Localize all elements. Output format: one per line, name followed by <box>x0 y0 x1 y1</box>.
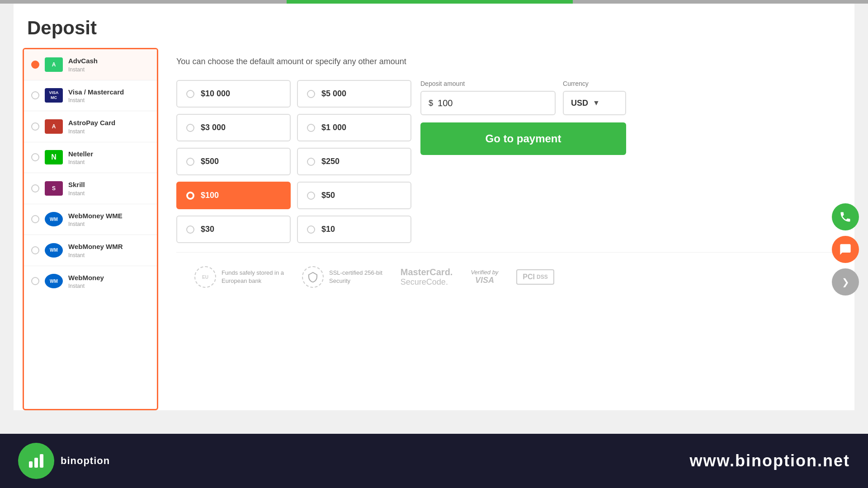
currency-label: Currency <box>563 80 626 87</box>
mastercard-secure-badge: MasterCard. SecureCode. <box>401 267 453 287</box>
logo-bar-2 <box>34 458 38 468</box>
amount-value-1000: $1 000 <box>321 123 346 132</box>
visa-text: VISA <box>475 276 494 285</box>
dss-text: DSS <box>537 274 548 280</box>
dropdown-arrow-icon: ▼ <box>593 99 600 107</box>
amount-radio-100 <box>186 192 194 200</box>
webmoney-wme-name: WebMoney WME <box>68 211 150 221</box>
eu-badge-item: EU Funds safely stored in aEuropean bank <box>194 266 284 288</box>
amount-radio-250 <box>307 158 315 166</box>
amount-30[interactable]: $30 <box>176 216 291 243</box>
pci-text: PCI <box>523 273 535 281</box>
go-to-payment-button[interactable]: Go to payment <box>420 122 626 155</box>
amount-value-10: $10 <box>321 225 335 234</box>
top-bar-seg2 <box>287 0 573 4</box>
amount-value-100: $100 <box>201 191 219 200</box>
top-bar-seg1 <box>0 0 287 4</box>
eu-badge-text: Funds safely stored in aEuropean bank <box>222 269 284 285</box>
amount-radio-10000 <box>186 90 194 98</box>
webmoney-wmr-icon: WM <box>45 243 63 258</box>
arrow-fab-button[interactable]: ❯ <box>832 268 859 296</box>
verified-visa-badge: Verified by VISA <box>471 269 498 285</box>
webmoney3-sub: Instant <box>68 283 150 289</box>
webmoney3-info: WebMoney Instant <box>68 273 150 290</box>
amount-1000[interactable]: $1 000 <box>297 114 411 141</box>
amount-radio-5000 <box>307 90 315 98</box>
webmoney3-icon: WM <box>45 274 63 288</box>
radio-neteller <box>31 153 39 161</box>
webmoney-wme-icon: WM <box>45 212 63 226</box>
sidebar-item-webmoney-wme[interactable]: WM WebMoney WME Instant <box>24 204 157 235</box>
amount-250[interactable]: $250 <box>297 148 411 175</box>
logo-bars <box>29 454 43 468</box>
deposit-amount-input[interactable] <box>438 98 547 108</box>
visa-info: Visa / Mastercard Instant <box>68 88 150 104</box>
sidebar-item-webmoney3[interactable]: WM WebMoney Instant <box>24 266 157 297</box>
webmoney-wmr-info: WebMoney WMR Instant <box>68 242 150 258</box>
advcash-name: AdvCash <box>68 56 150 66</box>
logo-bar-1 <box>29 461 33 468</box>
currency-sign: $ <box>429 99 433 108</box>
sidebar-item-skrill[interactable]: S Skrill Instant <box>24 173 157 204</box>
amount-3000[interactable]: $3 000 <box>176 114 291 141</box>
radio-advcash <box>31 61 39 69</box>
amount-input-wrapper: $ <box>420 91 556 115</box>
right-panel: You can choose the default amount or spe… <box>158 48 854 410</box>
deposit-amount-label: Deposit amount <box>420 80 556 87</box>
ssl-badge-item: SSL-certified 256-bitSecurity <box>302 266 382 288</box>
main-wrapper: Deposit A AdvCash Instant VISAMC Visa / … <box>14 4 854 410</box>
logo-inner <box>29 454 43 468</box>
top-bar-seg3 <box>573 0 868 4</box>
content-area: A AdvCash Instant VISAMC Visa / Masterca… <box>14 48 854 410</box>
chat-fab-button[interactable] <box>832 236 859 263</box>
astropay-info: AstroPay Card Instant <box>68 118 150 135</box>
mastercard-secure-text: MasterCard. SecureCode. <box>401 267 453 287</box>
eu-icon: EU <box>194 266 216 288</box>
shield-icon <box>302 266 324 288</box>
website-text: www.binoption.net <box>689 451 850 470</box>
currency-value: USD <box>571 99 588 108</box>
advcash-info: AdvCash Instant <box>68 56 150 73</box>
amount-5000[interactable]: $5 000 <box>297 80 411 108</box>
amount-radio-50 <box>307 192 315 200</box>
amount-radio-3000 <box>186 124 194 132</box>
top-bar <box>0 0 868 4</box>
amount-10[interactable]: $10 <box>297 216 411 243</box>
sidebar-item-astropay[interactable]: A AstroPay Card Instant <box>24 111 157 142</box>
sidebar-item-visa[interactable]: VISAMC Visa / Mastercard Instant <box>24 80 157 112</box>
logo-area: binoption <box>18 443 110 479</box>
astropay-sub: Instant <box>68 128 150 135</box>
sidebar-item-webmoney-wmr[interactable]: WM WebMoney WMR Instant <box>24 235 157 266</box>
webmoney-wmr-sub: Instant <box>68 252 150 258</box>
radio-skrill <box>31 184 39 192</box>
astropay-name: AstroPay Card <box>68 118 150 127</box>
sidebar-item-advcash[interactable]: A AdvCash Instant <box>24 49 157 80</box>
currency-select[interactable]: USD ▼ <box>563 91 626 115</box>
page-title: Deposit <box>14 4 854 48</box>
amount-value-30: $30 <box>201 225 214 234</box>
amount-value-3000: $3 000 <box>201 123 226 132</box>
amount-50[interactable]: $50 <box>297 182 411 209</box>
currency-field: Currency USD ▼ <box>563 80 626 115</box>
webmoney-wme-sub: Instant <box>68 221 150 227</box>
bottom-footer: binoption www.binoption.net <box>0 434 868 488</box>
amount-radio-30 <box>186 225 194 234</box>
amount-100[interactable]: $100 <box>176 182 291 209</box>
amount-value-250: $250 <box>321 157 340 166</box>
sidebar-item-neteller[interactable]: N Neteller Instant <box>24 142 157 174</box>
visa-name: Visa / Mastercard <box>68 88 150 97</box>
amount-value-10000: $10 000 <box>201 89 230 99</box>
neteller-info: Neteller Instant <box>68 150 150 166</box>
amount-10000[interactable]: $10 000 <box>176 80 291 108</box>
skrill-icon: S <box>45 181 63 196</box>
advcash-icon: A <box>45 57 63 72</box>
arrow-icon: ❯ <box>842 277 849 287</box>
pci-dss-badge: PCI DSS <box>516 269 554 285</box>
footer-badges: EU Funds safely stored in aEuropean bank… <box>176 252 836 297</box>
radio-webmoney-wme <box>31 215 39 223</box>
phone-fab-button[interactable] <box>832 203 859 230</box>
neteller-sub: Instant <box>68 159 150 165</box>
fab-container: ❯ <box>832 203 859 296</box>
verified-by-text: Verified by <box>471 269 498 276</box>
amount-500[interactable]: $500 <box>176 148 291 175</box>
